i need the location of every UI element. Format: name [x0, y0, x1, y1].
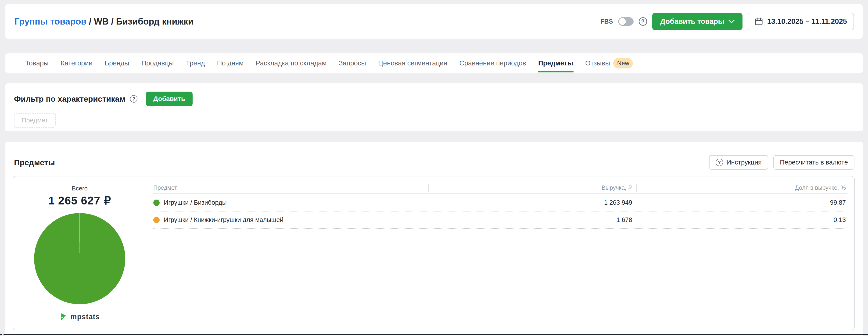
new-badge: New — [613, 58, 633, 68]
col-header-share: Доля в выручке, % — [637, 184, 847, 192]
subjects-table: Предмет Выручка, ₽ Доля в выручке, % Игр… — [146, 176, 854, 330]
filter-help-icon[interactable]: ? — [130, 95, 137, 102]
table-row[interactable]: Игрушки / Бизиборды 1 263 949 99.87 — [153, 194, 847, 211]
tab-trend[interactable]: Тренд — [180, 53, 211, 73]
fbs-label: FBS — [600, 18, 613, 25]
tab-label: Раскладка по складам — [256, 59, 327, 67]
tab-prodavcy[interactable]: Продавцы — [135, 53, 180, 73]
question-circle-icon: ? — [716, 159, 723, 166]
header-card: Группы товаров / WB / Бизиборд книжки FB… — [5, 4, 863, 39]
tab-otzyvy[interactable]: Отзывы New — [579, 53, 639, 73]
watermark: mpstats — [13, 313, 146, 321]
fbs-toggle-knob — [619, 18, 626, 25]
subject-name: Игрушки / Книжки-игрушки для малышей — [164, 216, 283, 224]
date-range-picker[interactable]: 13.10.2025 – 11.11.2025 — [748, 12, 854, 30]
subjects-head: Предметы ? Инструкция Пересчитать в валю… — [14, 155, 855, 170]
tab-label: Бренды — [105, 59, 129, 67]
add-products-label: Добавить товары — [660, 17, 724, 26]
tab-label: Ценовая сегментация — [378, 59, 447, 67]
tab-tovary[interactable]: Товары — [19, 53, 55, 73]
tab-label: Товары — [25, 59, 49, 67]
instruction-button[interactable]: ? Инструкция — [709, 155, 768, 170]
share-value: 0.13 — [637, 216, 847, 224]
subjects-panel: Всего 1 265 627 ₽ mpstats Предмет Выручк… — [12, 176, 855, 330]
share-value: 99.87 — [637, 199, 847, 206]
tab-po-dnyam[interactable]: По дням — [211, 53, 250, 73]
subjects-head-buttons: ? Инструкция Пересчитать в валюте — [709, 155, 855, 170]
subject-filter-chip[interactable]: Предмет — [14, 113, 56, 128]
tab-brendy[interactable]: Бренды — [99, 53, 135, 73]
pie-chart-block: Всего 1 265 627 ₽ mpstats — [13, 176, 146, 330]
tab-zaprosy[interactable]: Запросы — [333, 53, 372, 73]
filter-head: Фильтр по характеристикам ? Добавить — [14, 92, 193, 106]
pie-chart[interactable] — [34, 213, 125, 304]
subjects-card: Предметы ? Инструкция Пересчитать в валю… — [5, 142, 863, 336]
add-products-button[interactable]: Добавить товары — [652, 13, 743, 30]
breadcrumb-current: / WB / Бизиборд книжки — [87, 17, 193, 27]
header-actions: FBS ? Добавить товары 13.10.2025 – 11.11… — [600, 4, 854, 39]
subject-name: Игрушки / Бизиборды — [164, 199, 227, 206]
tab-kategorii[interactable]: Категории — [55, 53, 99, 73]
date-range-value: 13.10.2025 – 11.11.2025 — [767, 17, 847, 26]
revenue-value: 1 678 — [429, 216, 637, 224]
recalc-currency-button[interactable]: Пересчитать в валюте — [773, 155, 855, 170]
tab-label: Отзывы — [585, 59, 610, 67]
tab-label: Тренд — [186, 59, 205, 67]
tab-predmety[interactable]: Предметы — [532, 53, 579, 73]
mpstats-logo-text: mpstats — [70, 313, 100, 321]
col-header-subject: Предмет — [153, 184, 429, 192]
filter-add-button[interactable]: Добавить — [146, 92, 193, 106]
tab-label: Категории — [61, 59, 93, 67]
mpstats-logo-icon — [60, 313, 68, 321]
col-header-revenue: Выручка, ₽ — [429, 184, 637, 192]
table-header-row: Предмет Выручка, ₽ Доля в выручке, % — [153, 182, 847, 194]
subjects-title: Предметы — [14, 158, 55, 167]
legend-dot-green — [153, 200, 160, 206]
tab-label: По дням — [217, 59, 244, 67]
tab-raskladka-po-skladam[interactable]: Раскладка по складам — [250, 53, 333, 73]
tabs-bar: Товары Категории Бренды Продавцы Тренд П… — [5, 53, 863, 73]
fbs-toggle[interactable] — [618, 17, 633, 26]
next-section-top-border — [3, 334, 868, 335]
breadcrumb-groups-link[interactable]: Группы товаров — [14, 17, 87, 27]
revenue-value: 1 263 949 — [429, 199, 637, 206]
breadcrumb: Группы товаров / WB / Бизиборд книжки — [14, 4, 193, 39]
legend-dot-orange — [153, 217, 160, 223]
table-row[interactable]: Игрушки / Книжки-игрушки для малышей 1 6… — [153, 211, 847, 229]
tab-cenovaya-segmentaciya[interactable]: Ценовая сегментация — [372, 53, 454, 73]
tab-sravnenie-periodov[interactable]: Сравнение периодов — [454, 53, 532, 73]
tab-label: Запросы — [339, 59, 366, 67]
instruction-label: Инструкция — [726, 159, 762, 166]
tab-label: Сравнение периодов — [460, 59, 526, 67]
calendar-icon — [755, 17, 763, 26]
fbs-help-icon[interactable]: ? — [639, 17, 647, 26]
chevron-down-icon — [728, 20, 735, 23]
total-label: Всего — [13, 185, 146, 192]
tab-label: Предметы — [538, 59, 573, 67]
filter-card: Фильтр по характеристикам ? Добавить Пре… — [5, 83, 863, 131]
tab-label: Продавцы — [142, 59, 174, 67]
total-value: 1 265 627 ₽ — [13, 194, 146, 207]
next-section-edge — [0, 334, 2, 335]
filter-title: Фильтр по характеристикам — [14, 94, 125, 103]
